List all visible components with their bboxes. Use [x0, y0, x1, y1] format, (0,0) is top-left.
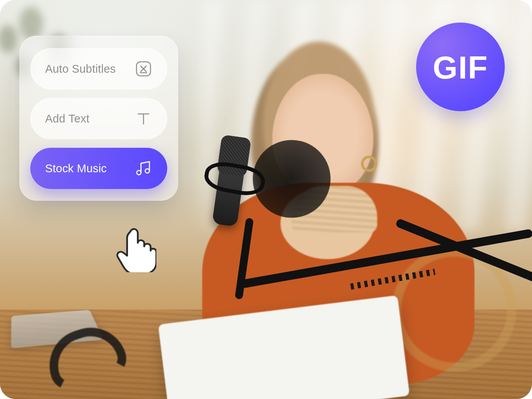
svg-point-2 [145, 169, 149, 173]
promo-card: GIF Auto Subtitles Add Text [0, 0, 532, 399]
auto-subtitles-button[interactable]: Auto Subtitles [30, 48, 167, 89]
subtitles-icon [133, 58, 154, 79]
tool-panel: Auto Subtitles Add Text Stock Music [19, 36, 178, 201]
svg-point-1 [137, 170, 141, 175]
text-icon [133, 108, 154, 129]
gif-badge: GIF [416, 23, 505, 111]
add-text-button[interactable]: Add Text [30, 98, 167, 139]
tool-label: Stock Music [45, 162, 107, 175]
stock-music-button[interactable]: Stock Music [30, 148, 167, 189]
tool-label: Add Text [45, 112, 89, 125]
gif-badge-label: GIF [433, 49, 488, 86]
earring [361, 156, 377, 172]
music-note-icon [133, 158, 154, 179]
tool-label: Auto Subtitles [45, 63, 116, 75]
